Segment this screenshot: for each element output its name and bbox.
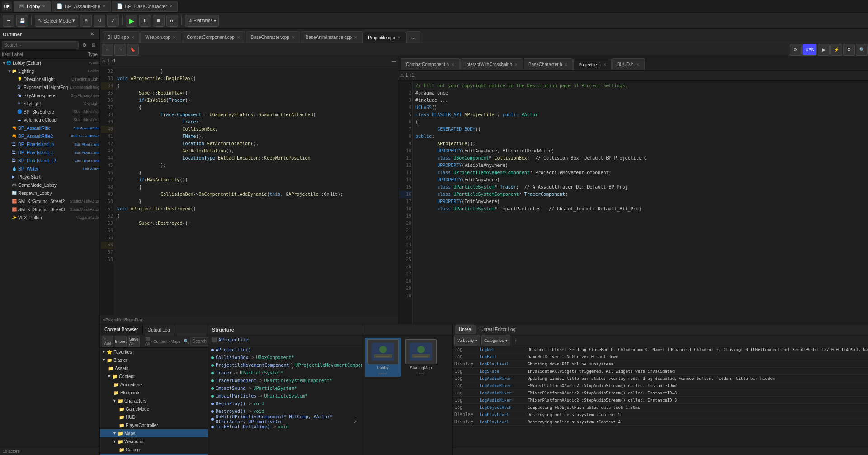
outliner-item[interactable]: 🌫ExponentialHeightFogExponentialHeig — [0, 83, 99, 91]
verbosity-dropdown[interactable]: Verbosity ▾ — [454, 335, 480, 346]
cb-tree-item[interactable]: ▼📁Weapons — [100, 437, 208, 446]
structure-item[interactable]: CollisionBox -> UBoxComponent* — [208, 354, 362, 361]
structure-item[interactable]: OnHit(UPrimitiveComponent* HitComp, AAct… — [208, 415, 362, 423]
save-all-btn[interactable]: Save All — [128, 336, 140, 347]
editor-tab[interactable]: BHUD.cpp✕ — [103, 31, 140, 43]
editor-play-btn[interactable]: ▶ — [818, 44, 830, 56]
editor-tab[interactable]: Weapon.cpp✕ — [140, 31, 181, 43]
outliner-item[interactable]: 💧BP_WaterEdit Water — [0, 165, 99, 173]
pause-btn[interactable]: ⏸ — [139, 15, 151, 27]
outliner-item[interactable]: ▼🌐Lobby (Editor)World — [0, 59, 99, 67]
outliner-item[interactable]: ✨VFX_PollenNiagaraActor — [0, 213, 99, 222]
outliner-item[interactable]: 🔄Respawn_Lobby — [0, 189, 99, 197]
editor-refresh-btn[interactable]: ⟳ — [790, 44, 802, 56]
cb-tree-item[interactable]: ▼📁Characters — [100, 397, 208, 405]
editor-tab[interactable]: BaseCharacter.cpp✕ — [246, 31, 300, 43]
cb-tree-item[interactable]: 📁HUD — [100, 413, 208, 421]
structure-item[interactable]: ImpactSound -> UParticleSystem* — [208, 384, 362, 392]
editor-search-btn[interactable]: 🔍 — [856, 44, 868, 56]
editor-bookmark-btn[interactable]: 🔖 — [127, 44, 139, 56]
cb-tree-item[interactable]: 📁Casing — [100, 446, 208, 454]
platforms-dropdown[interactable]: 🖥 Platforms ▾ — [185, 15, 219, 27]
outliner-item[interactable]: ▼📁LightingFolder — [0, 67, 99, 75]
outliner-item[interactable]: 🧱SM_KitGround_Street3StaticMeshActor — [0, 205, 99, 213]
outliner-item[interactable]: 🏝BP_FloatIsland_bEdit FloatIsland — [0, 140, 99, 148]
structure-item[interactable]: ImpactParticles -> UParticleSystem* — [208, 392, 362, 400]
rotate-btn[interactable]: ↻ — [94, 15, 105, 27]
editor-settings-btn[interactable]: ⚙ — [843, 44, 855, 56]
outliner-item[interactable]: ▶PlayerStart — [0, 173, 99, 181]
content-browser-tab[interactable]: Content Browser — [100, 324, 143, 335]
cb-tree-item[interactable]: 📁PlayerController — [100, 421, 208, 429]
outliner-item[interactable]: 🔫BP_AssaultRifle2Edit AssaultRifle2 — [0, 132, 99, 140]
cb-search-btn[interactable]: 🔍 — [184, 337, 189, 346]
structure-item[interactable]: ProjectileMovementComponent -> UProjecti… — [208, 361, 362, 369]
outliner-item[interactable]: 🧱SM_KitGround_Street2StaticMeshActor — [0, 197, 99, 205]
editor-tab[interactable]: CombatComponent.cpp✕ — [182, 31, 245, 43]
import-btn[interactable]: Import — [115, 336, 127, 347]
cb-tree-item[interactable]: ▼📁Content — [100, 372, 208, 380]
stop-btn[interactable]: ⏹ — [153, 15, 165, 27]
structure-item[interactable]: Tracer -> UParticleSystem* — [208, 369, 362, 377]
tab-base-char-close[interactable]: ✕ — [169, 4, 173, 9]
outliner-item[interactable]: 🔵BP_SkySphereStaticMeshAct — [0, 108, 99, 116]
tab-lobby[interactable]: 🎮 Lobby ✕ — [14, 1, 51, 12]
outliner-item[interactable]: 🏝BP_FloatIsland_cEdit FloatIsland — [0, 148, 99, 156]
thumbnail-item[interactable]: StartingMap Level — [403, 338, 439, 377]
cb-tree-item[interactable]: ▼📁Maps — [100, 429, 208, 437]
structure-item[interactable]: AProjectile() — [208, 346, 362, 354]
outliner-search-input[interactable] — [2, 41, 79, 49]
cb-tree-item[interactable]: 📁Animations — [100, 380, 208, 389]
eject-btn[interactable]: ⏭ — [166, 15, 178, 27]
search-settings-icon[interactable]: ⚙ — [80, 41, 89, 49]
outliner-close[interactable]: ✕ — [87, 29, 97, 40]
header-tab[interactable]: BaseCharacter.h✕ — [524, 58, 573, 70]
cb-tree-item[interactable]: ▼⭐Favorites — [100, 348, 208, 356]
transform-btn[interactable]: ⊕ — [80, 15, 92, 27]
editor-compile-btn[interactable]: ⚡ — [830, 44, 842, 56]
outliner-item[interactable]: 🌤SkyAtmosphereSkyAtmosphere — [0, 91, 99, 100]
tab-base-character[interactable]: 📄 BP_BaseCharacter ✕ — [112, 1, 178, 12]
outliner-item[interactable]: 🎮GameMode_Lobby — [0, 181, 99, 189]
structure-item[interactable]: TickFloat DeltaTime) -> void — [208, 423, 362, 431]
search-filter-icon[interactable]: ⊞ — [90, 41, 98, 49]
cb-tree-item[interactable]: 📁GameMode — [100, 405, 208, 413]
output-log-tab[interactable]: Output Log — [143, 324, 175, 335]
select-mode-dropdown[interactable]: ↖ Select Mode ▾ — [35, 15, 78, 27]
play-btn[interactable]: ▶ — [126, 15, 137, 27]
cb-tree-item[interactable]: ▼📁Blaster — [100, 356, 208, 364]
header-tab[interactable]: CombatComponent.h✕ — [401, 58, 460, 70]
outliner-item[interactable]: 🏝BP_FloatIsland_c2Edit FloatIsland — [0, 156, 99, 165]
log-menu-btn[interactable]: ⋮ — [512, 337, 520, 345]
minimize-icon[interactable]: — — [392, 58, 396, 63]
ue-btn[interactable]: UES — [802, 44, 817, 56]
outliner-item[interactable]: 💡DirectionalLightDirectionalLight — [0, 75, 99, 83]
log-tab-unreal[interactable]: Unreal — [455, 325, 476, 334]
tab-assault-rifle[interactable]: 📄 BP_AssaultRifle ✕ — [52, 1, 111, 12]
structure-item[interactable]: TracerComponent -> UParticleSystemCompon… — [208, 377, 362, 384]
toolbar-menu[interactable]: ☰ — [3, 15, 14, 27]
tab-lobby-close[interactable]: ✕ — [42, 4, 46, 9]
outliner-item[interactable]: ☀SkyLightSkyLight — [0, 100, 99, 108]
editor-back-btn[interactable]: ← — [102, 44, 113, 56]
scale-btn[interactable]: ⤢ — [107, 15, 119, 27]
header-tab[interactable]: Projectile.h✕ — [573, 59, 611, 71]
tab-assault-close[interactable]: ✕ — [102, 4, 106, 9]
editor-forward-btn[interactable]: → — [114, 44, 126, 56]
header-tab[interactable]: BHUD.h✕ — [612, 58, 645, 70]
tab-lobby-label: Lobby — [27, 4, 40, 9]
structure-item[interactable]: BeginPlay() -> void — [208, 400, 362, 408]
save-btn[interactable]: 💾 — [16, 15, 28, 27]
categories-dropdown[interactable]: Categories ▾ — [481, 335, 510, 346]
editor-tab[interactable]: ... — [406, 31, 420, 43]
log-tab-editor[interactable]: Unreal Editor Log — [476, 325, 519, 334]
editor-tab[interactable]: Projectile.cpp✕ — [363, 32, 406, 43]
cb-tree-item[interactable]: 📁Blueprints — [100, 389, 208, 397]
header-tab[interactable]: InteractWithCrosshair.h✕ — [460, 58, 523, 70]
cb-tree-item[interactable]: 📁Assets — [100, 364, 208, 372]
thumbnail-item[interactable]: Lobby Level — [365, 338, 401, 377]
outliner-item[interactable]: 🔫BP_AssaultRifleEdit AssaultRifle — [0, 124, 99, 132]
add-btn[interactable]: + Add — [102, 336, 113, 347]
outliner-item[interactable]: ☁VolumetricCloudStaticMeshAct — [0, 116, 99, 124]
editor-tab[interactable]: BaseAnimInstance.cpp✕ — [301, 31, 363, 43]
